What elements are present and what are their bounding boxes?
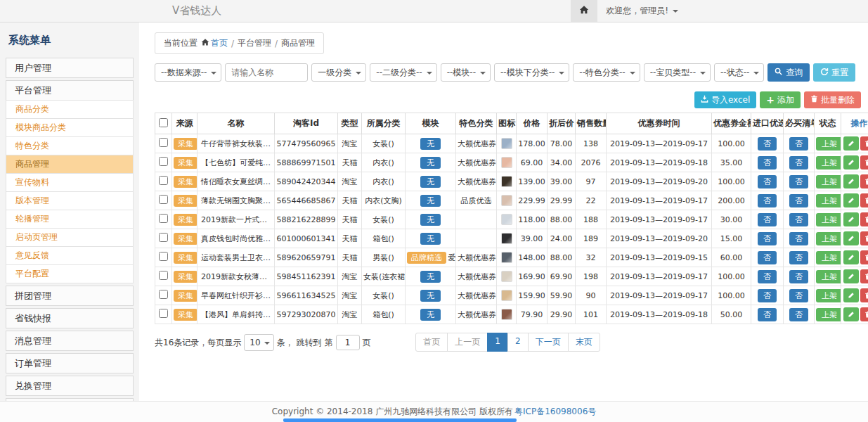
- filter-select[interactable]: --特色分类--: [573, 63, 640, 82]
- status-button[interactable]: 上架: [816, 232, 841, 245]
- sidebar-item[interactable]: 版本管理: [6, 191, 134, 210]
- import-select-toggle[interactable]: 否: [758, 175, 777, 188]
- import-select-toggle[interactable]: 否: [758, 213, 777, 226]
- delete-button[interactable]: [860, 136, 868, 151]
- filter-select[interactable]: --二级分类--: [370, 63, 436, 82]
- batch-delete-button[interactable]: 批量删除: [804, 91, 861, 108]
- row-checkbox[interactable]: [159, 309, 168, 318]
- must-buy-toggle[interactable]: 否: [789, 232, 808, 245]
- must-buy-toggle[interactable]: 否: [789, 137, 808, 151]
- sidebar-item[interactable]: 省钱快报: [6, 308, 134, 328]
- filter-select[interactable]: --状态--: [714, 63, 764, 82]
- edit-button[interactable]: [843, 269, 859, 283]
- status-button[interactable]: 上架: [816, 270, 841, 283]
- page-button[interactable]: 上一页: [447, 333, 488, 352]
- filter-select[interactable]: --模块下分类--: [494, 63, 569, 82]
- delete-button[interactable]: [860, 174, 868, 188]
- row-checkbox[interactable]: [159, 252, 168, 261]
- delete-button[interactable]: [860, 307, 868, 321]
- row-checkbox[interactable]: [159, 233, 168, 242]
- sidebar-item[interactable]: 订单管理: [6, 353, 134, 373]
- status-button[interactable]: 上架: [816, 289, 841, 302]
- horizontal-scrollbar-thumb[interactable]: [283, 418, 517, 422]
- breadcrumb-home-link[interactable]: 首页: [201, 37, 228, 49]
- import-select-toggle[interactable]: 否: [758, 156, 777, 170]
- sidebar-item[interactable]: 商品管理: [6, 155, 134, 174]
- sidebar-item[interactable]: 平台管理: [6, 80, 134, 101]
- filter-select[interactable]: 一级分类: [311, 63, 366, 82]
- user-menu[interactable]: 欢迎您，管理员!: [597, 0, 687, 22]
- must-buy-toggle[interactable]: 否: [789, 156, 808, 170]
- page-button[interactable]: 1: [487, 333, 508, 352]
- page-button[interactable]: 下一页: [528, 333, 569, 352]
- home-button[interactable]: [571, 0, 597, 22]
- import-select-toggle[interactable]: 否: [758, 308, 777, 321]
- select-all-checkbox[interactable]: [159, 118, 168, 127]
- edit-button[interactable]: [843, 136, 859, 151]
- page-button[interactable]: 2: [507, 333, 529, 352]
- must-buy-toggle[interactable]: 否: [789, 270, 808, 283]
- sidebar-item[interactable]: 模块商品分类: [6, 118, 134, 137]
- row-checkbox[interactable]: [159, 157, 168, 166]
- import-select-toggle[interactable]: 否: [758, 251, 777, 264]
- delete-button[interactable]: [860, 193, 868, 207]
- sidebar-item[interactable]: 消息管理: [6, 331, 134, 351]
- delete-button[interactable]: [860, 250, 868, 264]
- sidebar-item[interactable]: 意见反馈: [6, 246, 134, 265]
- must-buy-toggle[interactable]: 否: [789, 175, 808, 188]
- must-buy-toggle[interactable]: 否: [789, 213, 808, 226]
- status-button[interactable]: 上架: [816, 194, 841, 207]
- must-buy-toggle[interactable]: 否: [789, 289, 808, 302]
- edit-button[interactable]: [843, 231, 859, 245]
- reset-button[interactable]: 重置: [813, 63, 855, 82]
- page-button[interactable]: 末页: [568, 333, 600, 352]
- row-checkbox[interactable]: [159, 214, 168, 223]
- sidebar-item[interactable]: 启动页管理: [6, 228, 134, 247]
- edit-button[interactable]: [843, 212, 859, 226]
- status-button[interactable]: 上架: [816, 213, 841, 226]
- import-select-toggle[interactable]: 否: [758, 137, 777, 151]
- icp-link[interactable]: 粤ICP备16098006号: [514, 406, 596, 418]
- import-excel-button[interactable]: 导入excel: [694, 91, 756, 108]
- import-select-toggle[interactable]: 否: [758, 289, 777, 302]
- sidebar-item[interactable]: 宣传物料: [6, 173, 134, 192]
- must-buy-toggle[interactable]: 否: [789, 251, 808, 264]
- sidebar-item[interactable]: 商品分类: [6, 100, 134, 119]
- import-select-toggle[interactable]: 否: [758, 194, 777, 207]
- name-search-input[interactable]: [225, 63, 308, 82]
- delete-button[interactable]: [860, 269, 868, 283]
- delete-button[interactable]: [860, 288, 868, 302]
- row-checkbox[interactable]: [159, 290, 168, 299]
- filter-select[interactable]: --模块--: [441, 63, 491, 82]
- edit-button[interactable]: [843, 193, 859, 207]
- edit-button[interactable]: [843, 174, 859, 188]
- sidebar-item[interactable]: 轮播管理: [6, 210, 134, 229]
- sidebar-item[interactable]: 兑换管理: [6, 376, 134, 396]
- edit-button[interactable]: [843, 155, 859, 170]
- edit-button[interactable]: [843, 288, 859, 302]
- status-button[interactable]: 上架: [816, 175, 841, 188]
- must-buy-toggle[interactable]: 否: [789, 308, 808, 321]
- status-button[interactable]: 上架: [816, 251, 841, 264]
- row-checkbox[interactable]: [159, 195, 168, 204]
- status-button[interactable]: 上架: [816, 308, 841, 321]
- jump-page-input[interactable]: [336, 335, 360, 350]
- search-button[interactable]: 查询: [767, 63, 810, 82]
- row-checkbox[interactable]: [159, 138, 168, 147]
- row-checkbox[interactable]: [159, 271, 168, 280]
- edit-button[interactable]: [843, 307, 859, 321]
- import-select-toggle[interactable]: 否: [758, 270, 777, 283]
- delete-button[interactable]: [860, 231, 868, 245]
- must-buy-toggle[interactable]: 否: [789, 194, 808, 207]
- import-select-toggle[interactable]: 否: [758, 232, 777, 245]
- filter-select[interactable]: --宝贝类型--: [644, 63, 711, 82]
- add-button[interactable]: + 添加: [760, 91, 801, 108]
- sidebar-item[interactable]: 特色分类: [6, 136, 134, 155]
- status-button[interactable]: 上架: [816, 156, 841, 170]
- status-button[interactable]: 上架: [816, 137, 841, 151]
- page-button[interactable]: 首页: [415, 333, 448, 352]
- filter-select[interactable]: --数据来源--: [155, 63, 221, 82]
- row-checkbox[interactable]: [159, 176, 168, 185]
- sidebar-item[interactable]: 用户管理: [6, 58, 134, 78]
- edit-button[interactable]: [843, 250, 859, 264]
